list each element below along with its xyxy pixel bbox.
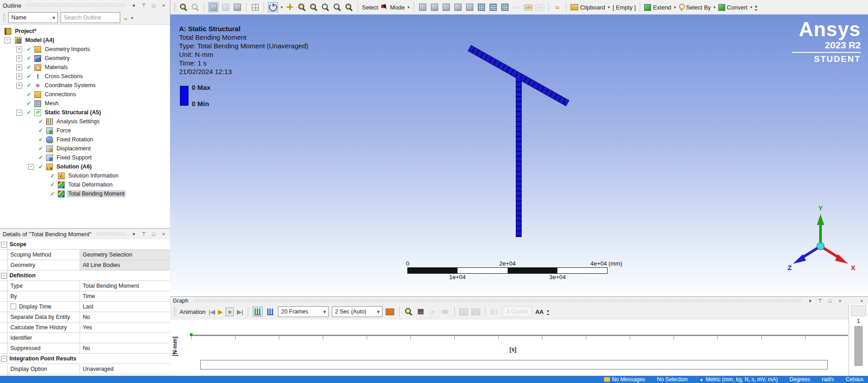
graph-plot-area[interactable]: [N·mm] [s] — [170, 319, 849, 383]
details-property-value[interactable]: No — [80, 343, 170, 353]
details-property-value[interactable]: Last — [80, 302, 170, 312]
chevron-down-icon[interactable]: ▾ — [407, 5, 410, 9]
units-status[interactable]: ▲ Metric (mm, kg, N, s, mV, mA) — [699, 376, 778, 383]
clipboard-dropdown[interactable]: Clipboard — [571, 4, 605, 11]
record-button-icon[interactable] — [441, 307, 450, 316]
tree-item-model-a4[interactable]: −Model (A4) — [0, 36, 170, 45]
close-icon[interactable]: × — [160, 230, 167, 238]
rotate-icon[interactable] — [268, 2, 278, 12]
tree-item-displacement[interactable]: ✓Displacement — [0, 144, 170, 153]
pin-icon[interactable]: ⊤ — [140, 2, 147, 9]
tree-item-project[interactable]: Project* — [0, 27, 170, 36]
tree-item-solution-information[interactable]: ✓Solution Information — [0, 171, 170, 180]
extend-dropdown[interactable]: Extend — [644, 4, 671, 11]
tree-item-cross-sections[interactable]: +✓Cross Sections — [0, 72, 170, 81]
last-frame-button[interactable]: ▶| — [237, 308, 243, 315]
first-frame-button[interactable]: |◀ — [209, 308, 215, 315]
expand-icon[interactable]: + — [16, 47, 22, 52]
details-property-value[interactable] — [80, 333, 170, 343]
tree-item-total-deformation[interactable]: ✓Total Deformation — [0, 180, 170, 189]
tree-item-total-bending-moment[interactable]: ✓Total Bending Moment — [0, 189, 170, 198]
pan-icon[interactable] — [286, 3, 295, 12]
duration-select[interactable]: 2 Sec (Auto)▼ — [332, 306, 382, 317]
manage-views-icon[interactable] — [233, 3, 242, 12]
maximize-icon[interactable]: □ — [150, 2, 157, 9]
coordinate-select-icon[interactable]: X.Y.Z — [512, 3, 521, 12]
box-zoom-icon[interactable] — [309, 3, 318, 12]
aa-dropdown[interactable]: AA — [535, 308, 544, 315]
chart-button-icon[interactable]: ≈ — [553, 3, 562, 12]
mode-dropdown[interactable]: Mode — [381, 4, 405, 11]
display-time-checkbox[interactable] — [10, 304, 16, 309]
angular-velocity-status[interactable]: rad/s — [822, 376, 834, 383]
tree-item-connections[interactable]: ✓Connections — [0, 90, 170, 99]
zoom-next-icon[interactable] — [191, 3, 200, 12]
chevron-down-icon[interactable]: ▾ — [674, 5, 676, 9]
play-button[interactable]: ▶ — [218, 308, 222, 315]
chevron-down-icon[interactable]: ▾ — [750, 5, 752, 9]
dof-selection-button-icon[interactable] — [416, 307, 425, 316]
collapse-icon[interactable]: − — [1, 273, 7, 279]
cycles-icon-icon[interactable] — [490, 307, 499, 316]
select-bodies-icon[interactable] — [465, 3, 474, 12]
select-boxes-icon[interactable] — [418, 3, 427, 12]
filter-drag-handle[interactable] — [3, 13, 5, 22]
tree-item-fixed-support[interactable]: ✓Fixed Support — [0, 153, 170, 162]
search-outline-input[interactable]: Search Outline — [61, 12, 120, 23]
expand-icon[interactable]: + — [16, 65, 22, 70]
details-property-value[interactable]: All Line Bodies — [80, 260, 170, 270]
zoom-graph-button-icon[interactable] — [404, 307, 413, 316]
cycles-input[interactable]: 3 Cycles — [502, 306, 532, 317]
frames-select[interactable]: 20 Frames▼ — [278, 306, 329, 317]
collapse-icon[interactable]: − — [28, 164, 34, 170]
select-elements-icon[interactable] — [489, 3, 498, 12]
viewport-layout-icon[interactable] — [250, 3, 259, 12]
vertical-beam-body[interactable] — [516, 77, 522, 237]
search-options-icon[interactable]: ▾ — [131, 15, 133, 20]
tree-item-coordinate-systems[interactable]: +✓Coordinate Systems — [0, 81, 170, 90]
details-property-value[interactable]: Time — [80, 291, 170, 301]
select-by-dropdown[interactable]: Select By — [679, 4, 711, 11]
chevron-down-icon[interactable]: ▾ — [281, 5, 283, 9]
export-video-button-icon[interactable] — [386, 307, 395, 316]
zoom-selection-icon[interactable] — [333, 3, 342, 12]
chevron-down-icon[interactable]: ▾ — [608, 5, 610, 9]
vertical-scrollbar[interactable] — [854, 326, 863, 366]
details-property-value[interactable]: Total Bending Moment — [80, 281, 170, 291]
maximize-icon[interactable]: □ — [150, 230, 157, 238]
collapse-icon[interactable]: − — [16, 110, 22, 116]
expand-icon[interactable]: + — [16, 74, 22, 79]
name-filter-select[interactable]: Name ▼ — [8, 12, 58, 23]
tree-item-mesh[interactable]: ✓Mesh — [0, 99, 170, 108]
collapse-icon[interactable]: − — [1, 242, 7, 248]
details-property-value[interactable]: No — [80, 312, 170, 322]
close-icon[interactable]: × — [836, 297, 844, 304]
graph-drag-handle[interactable] — [174, 307, 176, 316]
select-vertices-icon[interactable] — [430, 3, 439, 12]
toolbar-drag-handle[interactable] — [174, 3, 176, 12]
pin-icon[interactable]: ⊤ — [816, 297, 824, 304]
close-icon[interactable]: × — [160, 2, 167, 9]
tree-item-analysis-settings[interactable]: ✓Analysis Settings — [0, 117, 170, 126]
tree-item-materials[interactable]: +✓Materials — [0, 63, 170, 72]
maximize-icon[interactable]: □ — [826, 297, 834, 304]
convert-dropdown[interactable]: Convert — [718, 4, 748, 11]
expand-icon[interactable]: + — [16, 56, 22, 61]
tree-item-solution-a6[interactable]: −✓Solution (A6) — [0, 162, 170, 171]
tree-item-force[interactable]: ✓Force — [0, 126, 170, 135]
isometric-view-icon[interactable] — [208, 2, 218, 12]
dropdown-icon[interactable]: ▾ — [130, 2, 137, 9]
dropdown-icon[interactable]: ▾ — [807, 297, 814, 304]
time-marker[interactable] — [190, 333, 193, 336]
temperature-status[interactable]: Celsius — [846, 376, 863, 383]
pin-icon[interactable]: ⊤ — [140, 230, 147, 238]
dropdown-icon[interactable]: ▾ — [130, 230, 137, 238]
export-gif-button-icon[interactable] — [472, 307, 481, 316]
expand-all-icon[interactable]: ⌄ — [123, 14, 128, 21]
messages-status[interactable]: No Messages — [604, 376, 645, 383]
zoom-icon[interactable] — [297, 3, 307, 12]
tree-item-fixed-rotation[interactable]: ✓Fixed Rotation — [0, 135, 170, 144]
graph-toolbar-overflow-icon[interactable]: ▾ — [547, 309, 549, 315]
time-slider-track[interactable] — [200, 360, 828, 369]
select-nodes-icon[interactable] — [477, 3, 486, 12]
